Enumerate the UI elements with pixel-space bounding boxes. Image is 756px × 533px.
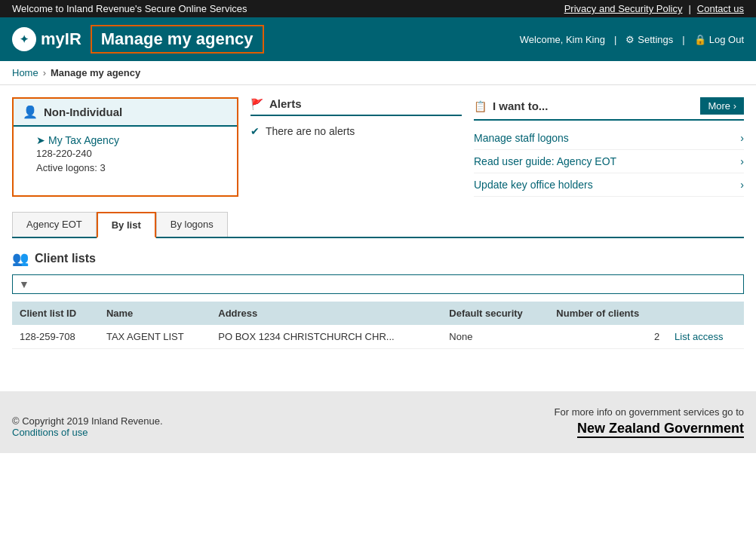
col-header-name: Name bbox=[99, 302, 211, 325]
non-individual-header: Non-Individual bbox=[14, 99, 237, 127]
agency-link[interactable]: ➤ My Tax Agency bbox=[36, 134, 228, 146]
filter-input[interactable] bbox=[32, 278, 737, 290]
footer-right: For more info on government services go … bbox=[555, 406, 744, 438]
col-header-security: Default security bbox=[441, 302, 549, 325]
doc-icon bbox=[474, 100, 487, 112]
breadcrumb: Home › Manage my agency bbox=[0, 61, 756, 85]
footer-left: © Copyright 2019 Inland Revenue. Conditi… bbox=[12, 415, 163, 438]
col-header-id: Client list ID bbox=[12, 302, 99, 325]
alerts-title: Alerts bbox=[269, 97, 302, 110]
list-item: Manage staff logons › bbox=[474, 127, 744, 150]
alerts-header: Alerts bbox=[250, 97, 462, 116]
col-header-address: Address bbox=[211, 302, 441, 325]
cell-security: None bbox=[441, 325, 549, 349]
i-want-to-box: I want to... More › Manage staff logons … bbox=[474, 97, 744, 197]
client-lists-header: Client lists bbox=[12, 250, 744, 267]
manage-staff-logons-link[interactable]: Manage staff logons bbox=[474, 132, 569, 144]
flag-icon bbox=[250, 97, 263, 110]
logo-icon: ✦ bbox=[12, 27, 36, 51]
non-individual-title: Non-Individual bbox=[44, 106, 122, 118]
tabs-section: Agency EOT By list By logons bbox=[12, 212, 744, 238]
list-item: Read user guide: Agency EOT › bbox=[474, 150, 744, 173]
gov-text: For more info on government services go … bbox=[555, 406, 744, 418]
col-header-action bbox=[667, 302, 744, 325]
client-table: Client list ID Name Address Default secu… bbox=[12, 302, 744, 349]
cell-name: TAX AGENT LIST bbox=[99, 325, 211, 349]
tab-by-list[interactable]: By list bbox=[97, 212, 156, 238]
list-access-link[interactable]: List access bbox=[675, 331, 723, 342]
breadcrumb-current: Manage my agency bbox=[51, 67, 140, 78]
group-icon bbox=[12, 250, 29, 267]
logout-label: Log Out bbox=[709, 34, 744, 45]
main-content: Non-Individual ➤ My Tax Agency 128-220-2… bbox=[0, 85, 756, 361]
top-bar-right: Privacy and Security Policy | Contact us bbox=[564, 3, 744, 14]
i-want-to-list: Manage staff logons › Read user guide: A… bbox=[474, 127, 744, 197]
header-divider1: | bbox=[614, 34, 616, 45]
table-header: Client list ID Name Address Default secu… bbox=[12, 302, 744, 325]
check-icon: ✔ bbox=[250, 125, 260, 137]
i-want-to-title: I want to... bbox=[474, 100, 548, 112]
agency-arrow-icon: ➤ bbox=[36, 134, 45, 146]
header-left: ✦ myIR Manage my agency bbox=[12, 25, 264, 54]
client-lists-title: Client lists bbox=[35, 252, 96, 265]
chevron-icon-0: › bbox=[740, 132, 744, 144]
update-key-holders-link[interactable]: Update key office holders bbox=[474, 179, 593, 191]
top-bar: Welcome to Inland Revenue's Secure Onlin… bbox=[0, 0, 756, 17]
filter-icon: ▼ bbox=[19, 278, 29, 290]
table-body: 128-259-708 TAX AGENT LIST PO BOX 1234 C… bbox=[12, 325, 744, 349]
chevron-icon-2: › bbox=[740, 179, 744, 191]
cell-action: List access bbox=[667, 325, 744, 349]
no-alerts-message: There are no alerts bbox=[266, 125, 355, 137]
myir-logo: ✦ myIR bbox=[12, 27, 81, 51]
top-section: Non-Individual ➤ My Tax Agency 128-220-2… bbox=[12, 97, 744, 197]
header-right: Welcome, Kim King | Settings | Log Out bbox=[520, 34, 744, 45]
header: ✦ myIR Manage my agency Welcome, Kim Kin… bbox=[0, 17, 756, 61]
list-item: Update key office holders › bbox=[474, 173, 744, 197]
col-header-num-clients: Number of clients bbox=[549, 302, 667, 325]
user-guide-link[interactable]: Read user guide: Agency EOT bbox=[474, 155, 616, 167]
table-header-row: Client list ID Name Address Default secu… bbox=[12, 302, 744, 325]
welcome-user: Welcome, Kim King bbox=[520, 34, 605, 45]
client-lists-section: Client lists ▼ Client list ID Name Addre… bbox=[12, 250, 744, 349]
non-individual-box: Non-Individual ➤ My Tax Agency 128-220-2… bbox=[12, 97, 238, 197]
agency-name: My Tax Agency bbox=[48, 134, 119, 146]
conditions-link[interactable]: Conditions of use bbox=[12, 427, 88, 438]
privacy-link[interactable]: Privacy and Security Policy bbox=[564, 3, 683, 14]
breadcrumb-home[interactable]: Home bbox=[12, 67, 38, 78]
footer: © Copyright 2019 Inland Revenue. Conditi… bbox=[0, 391, 756, 453]
settings-label: Settings bbox=[638, 34, 673, 45]
active-logons: Active logons: 3 bbox=[36, 162, 228, 173]
nzgov-logo: New Zealand Government bbox=[577, 421, 744, 438]
logo-text: myIR bbox=[41, 29, 81, 49]
non-individual-body: ➤ My Tax Agency 128-220-240 Active logon… bbox=[14, 127, 237, 182]
lock-icon bbox=[694, 34, 706, 45]
breadcrumb-sep: › bbox=[43, 67, 46, 78]
header-page-title: Manage my agency bbox=[91, 25, 264, 54]
logout-link[interactable]: Log Out bbox=[694, 34, 744, 45]
table-row: 128-259-708 TAX AGENT LIST PO BOX 1234 C… bbox=[12, 325, 744, 349]
more-button[interactable]: More › bbox=[700, 97, 744, 115]
copyright-text: © Copyright 2019 Inland Revenue. bbox=[12, 415, 163, 427]
header-divider2: | bbox=[682, 34, 684, 45]
cell-num-clients: 2 bbox=[549, 325, 667, 349]
i-want-to-heading: I want to... bbox=[493, 100, 548, 112]
tabs: Agency EOT By list By logons bbox=[12, 212, 744, 238]
separator: | bbox=[688, 3, 690, 14]
filter-bar: ▼ bbox=[12, 274, 744, 294]
tab-by-logons[interactable]: By logons bbox=[156, 212, 228, 237]
cell-address: PO BOX 1234 CHRISTCHURCH CHR... bbox=[211, 325, 441, 349]
alerts-body: ✔ There are no alerts bbox=[250, 122, 462, 140]
settings-link[interactable]: Settings bbox=[625, 34, 673, 45]
contact-link[interactable]: Contact us bbox=[697, 3, 744, 14]
settings-icon bbox=[625, 34, 635, 45]
alerts-box: Alerts ✔ There are no alerts bbox=[250, 97, 462, 197]
person-icon bbox=[23, 105, 38, 119]
tab-agency-eot[interactable]: Agency EOT bbox=[12, 212, 97, 237]
cell-id: 128-259-708 bbox=[12, 325, 99, 349]
agency-number: 128-220-240 bbox=[36, 148, 228, 159]
chevron-icon-1: › bbox=[740, 155, 744, 167]
top-bar-welcome: Welcome to Inland Revenue's Secure Onlin… bbox=[12, 3, 247, 14]
i-want-to-header: I want to... More › bbox=[474, 97, 744, 121]
